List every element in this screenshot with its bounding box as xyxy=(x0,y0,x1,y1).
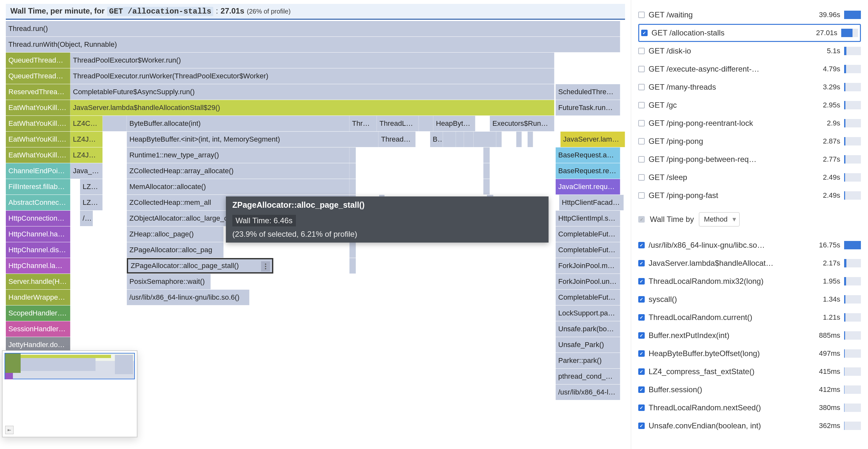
flame-cell[interactable]: ZPageAllocator::alloc_pag xyxy=(127,242,224,258)
flame-cell[interactable]: Thread.runWith(Object, Runnable) xyxy=(6,37,620,52)
flame-cell[interactable]: ThreadPoolExecutor.runWorker(ThreadPoolE… xyxy=(70,68,554,84)
list-item[interactable]: GET /disk-io5.1s xyxy=(638,42,861,60)
flame-cell[interactable]: SessionHandler…. xyxy=(6,321,70,337)
checkbox[interactable] xyxy=(638,332,645,339)
flame-cell[interactable]: CompletableFut… xyxy=(556,242,620,258)
flame-cell[interactable]: Thread.run() xyxy=(6,21,620,36)
flame-cell[interactable]: HttpChannel.ha… xyxy=(6,226,70,242)
flame-cell[interactable] xyxy=(443,132,456,147)
flame-cell[interactable]: ChannelEndPoi… xyxy=(6,163,70,179)
checkbox[interactable] xyxy=(638,102,645,108)
list-item[interactable]: GET /many-threads3.29s xyxy=(638,78,861,96)
checkbox[interactable] xyxy=(638,296,645,302)
flame-cell[interactable]: FutureTask.runA… xyxy=(556,100,620,116)
flame-cell[interactable]: ScheduledThrea… xyxy=(556,84,620,100)
flame-cell[interactable] xyxy=(349,242,356,258)
list-item[interactable]: GET /allocation-stalls27.01s xyxy=(638,24,861,42)
minimap-collapse-button[interactable]: ⇤ xyxy=(5,426,13,434)
flame-cell[interactable]: ZHeap::alloc_page() xyxy=(127,226,224,242)
flame-cell[interactable] xyxy=(419,116,433,131)
flame-cell[interactable] xyxy=(496,132,502,147)
checkbox[interactable] xyxy=(638,368,645,375)
checkbox[interactable] xyxy=(638,278,645,285)
flame-cell[interactable]: EatWhatYouKill…. xyxy=(6,132,70,147)
flame-cell[interactable]: ThreadLoc… xyxy=(377,116,419,131)
flame-cell[interactable]: HttpChannel.dis… xyxy=(6,242,70,258)
flame-cell[interactable]: EatWhatYouKill…. xyxy=(6,116,70,131)
list-item[interactable]: GET /ping-pong-reentrant-lock2.9s xyxy=(638,114,861,132)
flame-cell[interactable]: LZ4_… xyxy=(80,195,103,210)
flame-cell[interactable]: ReservedThread… xyxy=(6,84,70,100)
list-item[interactable]: Buffer.session()412ms xyxy=(638,381,861,399)
list-item[interactable]: GET /ping-pong-fast2.49s xyxy=(638,187,861,204)
flame-cell[interactable]: CompletableFuture$AsyncSupply.run() xyxy=(70,84,554,100)
flame-cell[interactable]: LZ4JNI…. xyxy=(70,148,103,163)
flame-cell[interactable] xyxy=(474,132,496,147)
flame-cell[interactable] xyxy=(516,132,522,147)
flame-cell[interactable]: QueuedThreadP… xyxy=(6,68,70,84)
list-item[interactable]: HeapByteBuffer.byteOffset(long)497ms xyxy=(638,345,861,362)
list-item[interactable]: GET /execute-async-different-…4.79s xyxy=(638,60,861,78)
checkbox[interactable] xyxy=(638,314,645,321)
list-item[interactable]: /usr/lib/x86_64-linux-gnu/libc.so…16.75s xyxy=(638,236,861,254)
checkbox[interactable] xyxy=(638,66,645,72)
flame-cell[interactable]: Unsafe_Park() xyxy=(556,337,620,353)
flame-cell[interactable] xyxy=(484,179,490,194)
flame-cell[interactable]: MemAllocator::allocate() xyxy=(127,179,349,194)
flame-cell[interactable]: JavaServer.lambda$handleAllocationStall$… xyxy=(70,100,554,116)
flame-cell[interactable] xyxy=(484,163,490,179)
flame-cell[interactable]: /usr/lib/x86_64-l… xyxy=(556,384,620,400)
flame-cell[interactable]: ForkJoinPool.un… xyxy=(556,274,620,289)
flame-cell[interactable]: ScopedHandler…. xyxy=(6,306,70,321)
flame-cell[interactable] xyxy=(349,163,356,179)
flame-cell[interactable]: Server.handle(H… xyxy=(6,274,70,289)
flame-cell[interactable]: ThreadL… xyxy=(378,132,415,147)
list-item[interactable]: ThreadLocalRandom.nextSeed()380ms xyxy=(638,399,861,417)
checkbox[interactable] xyxy=(641,30,648,36)
flame-cell[interactable]: ThreadPoolExecutor$Worker.run() xyxy=(70,53,554,68)
flame-cell[interactable]: JavaClient.reque… xyxy=(556,179,620,194)
list-item[interactable]: syscall()1.34s xyxy=(638,290,861,308)
flame-cell[interactable]: HttpClientImpl.s… xyxy=(556,211,620,226)
checkbox[interactable] xyxy=(638,242,645,248)
flame-cell[interactable]: /u… xyxy=(80,211,93,226)
flame-cell[interactable]: FillInterest.fillab… xyxy=(6,179,70,194)
flame-cell[interactable]: Parker::park() xyxy=(556,353,620,368)
checkbox[interactable] xyxy=(638,11,645,18)
list-item[interactable]: GET /waiting39.96s xyxy=(638,6,861,24)
flame-cell[interactable]: AbstractConnec… xyxy=(6,195,70,210)
flame-cell[interactable]: EatWhatYouKill…. xyxy=(6,148,70,163)
checkbox[interactable] xyxy=(638,138,645,145)
flame-cell[interactable]: /usr/lib/x86_64-linux-gnu/libc.so.6() xyxy=(127,290,249,305)
checkbox[interactable] xyxy=(638,84,645,90)
flame-cell[interactable]: LZ4_… xyxy=(80,179,103,194)
flame-cell[interactable]: CompletableFut… xyxy=(556,226,620,242)
checkbox[interactable] xyxy=(638,422,645,429)
flame-cell[interactable] xyxy=(349,258,356,274)
flame-cell[interactable]: CompletableFut… xyxy=(556,290,620,305)
flame-cell[interactable]: Thr… xyxy=(349,116,377,131)
list-item[interactable]: GET /sleep2.49s xyxy=(638,168,861,187)
flame-cell[interactable]: LZ4JNI…. xyxy=(70,132,103,147)
flame-cell[interactable] xyxy=(349,179,356,194)
flame-cell[interactable]: HeapByteBuffer.<init>(int, int, MemorySe… xyxy=(127,132,378,147)
flame-cell[interactable] xyxy=(103,116,127,131)
flame-cell[interactable]: LZ4Co… xyxy=(70,116,103,131)
flame-cell[interactable]: HeapByteB… xyxy=(433,116,475,131)
flame-cell-menu-icon[interactable] xyxy=(261,261,270,271)
flame-cell[interactable]: HttpChannel.la… xyxy=(6,258,70,274)
flame-cell[interactable]: EatWhatYouKill…. xyxy=(6,100,70,116)
flame-cell[interactable] xyxy=(456,132,464,147)
list-item[interactable]: GET /gc2.95s xyxy=(638,96,861,114)
flame-cell[interactable]: B… xyxy=(430,132,443,147)
flame-cell[interactable]: ByteBuffer.allocate(int) xyxy=(127,116,349,131)
checkbox[interactable] xyxy=(638,350,645,357)
list-item[interactable]: JavaServer.lambda$handleAllocat…2.17s xyxy=(638,254,861,272)
group-by-checkbox[interactable] xyxy=(638,216,645,223)
flame-cell[interactable]: JavaServer.lamb… xyxy=(560,132,625,147)
checkbox[interactable] xyxy=(638,405,645,411)
checkbox[interactable] xyxy=(638,260,645,266)
list-item[interactable]: Buffer.nextPutIndex(int)885ms xyxy=(638,326,861,345)
checkbox[interactable] xyxy=(638,156,645,163)
minimap[interactable]: ⇤ xyxy=(2,350,137,438)
